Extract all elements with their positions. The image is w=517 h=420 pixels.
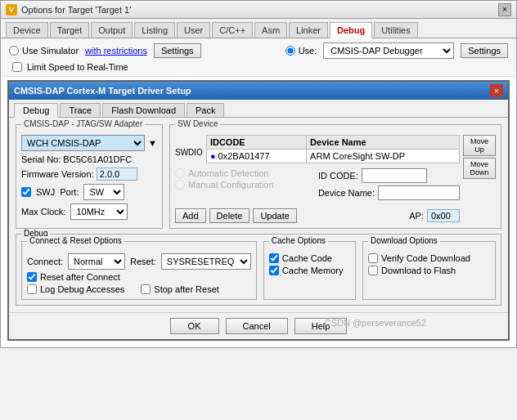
adapter-select-row: WCH CMSIS-DAP ▼ xyxy=(21,135,157,151)
with-restrictions-link[interactable]: with restrictions xyxy=(85,46,147,56)
idcode-value: 0x2BA01477 xyxy=(218,151,270,161)
title-bar: V Options for Target 'Target 1' × xyxy=(1,1,516,19)
debugger-radio-input[interactable] xyxy=(285,46,295,56)
use-simulator-label: Use Simulator xyxy=(22,46,79,56)
debug-section: Debug Connect & Reset Options Connect: N… xyxy=(16,234,501,306)
add-button[interactable]: Add xyxy=(175,208,206,223)
connect-reset-title: Connect & Reset Options xyxy=(27,236,124,245)
reset-label: Reset: xyxy=(130,257,156,266)
dialog-title-bar: CMSIS-DAP Cortex-M Target Driver Setup × xyxy=(9,82,508,100)
connect-reset-group: Connect & Reset Options Connect: Normal … xyxy=(21,241,257,300)
adapter-select[interactable]: WCH CMSIS-DAP xyxy=(21,135,145,151)
reset-select[interactable]: SYSRESETREQ xyxy=(161,253,251,270)
tab-debug[interactable]: Debug xyxy=(330,22,372,38)
firmware-value: 2.0.0 xyxy=(97,168,137,181)
table-header-device: Device Name xyxy=(307,136,460,150)
delete-button[interactable]: Delete xyxy=(209,208,250,223)
update-button[interactable]: Update xyxy=(253,208,296,223)
ap-value: 0x00 xyxy=(427,209,460,222)
cache-options-group: Cache Options Cache Code Cache Memory xyxy=(263,241,356,300)
inner-tab-flash-download[interactable]: Flash Download xyxy=(102,103,185,117)
sw-device-area: SWDIO IDCODE Device Name xyxy=(175,135,496,223)
inner-tab-trace[interactable]: Trace xyxy=(60,103,101,117)
move-down-button[interactable]: MoveDown xyxy=(463,158,496,179)
reset-after-connect-row: Reset after Connect xyxy=(27,272,251,282)
swj-checkbox[interactable] xyxy=(21,187,31,197)
verify-code-label: Verify Code Download xyxy=(381,253,470,263)
use-simulator-radio[interactable]: Use Simulator xyxy=(9,46,79,56)
simulator-settings-button[interactable]: Settings xyxy=(154,43,201,58)
id-code-input[interactable] xyxy=(362,168,427,183)
dialog-title: CMSIS-DAP Cortex-M Target Driver Setup xyxy=(14,86,191,96)
tab-user[interactable]: User xyxy=(177,22,210,38)
app-icon: V xyxy=(6,4,17,16)
ok-button[interactable]: OK xyxy=(170,318,219,334)
debugger-select[interactable]: CMSIS-DAP Debugger xyxy=(323,42,454,59)
ap-row: AP: 0x00 xyxy=(409,209,460,222)
dropdown-icon: ▼ xyxy=(148,138,157,148)
device-name-input[interactable] xyxy=(378,185,460,200)
debugger-settings-button[interactable]: Settings xyxy=(461,43,508,58)
inner-tab-pack[interactable]: Pack xyxy=(187,103,224,117)
move-up-button[interactable]: MoveUp xyxy=(463,135,496,156)
connect-select[interactable]: Normal xyxy=(68,253,125,270)
port-label: Port: xyxy=(60,187,79,197)
reset-after-connect-checkbox[interactable] xyxy=(27,272,37,282)
table-row[interactable]: ● 0x2BA01477 ARM CoreSight SW-DP xyxy=(206,150,459,163)
tab-cpp[interactable]: C/C++ xyxy=(212,22,253,38)
tab-listing[interactable]: Listing xyxy=(134,22,175,38)
tab-target[interactable]: Target xyxy=(50,22,90,38)
device-name-row: Device Name: xyxy=(318,185,460,200)
cache-code-checkbox[interactable] xyxy=(269,253,279,263)
automatic-detection-label: Automatic Detection xyxy=(188,168,268,178)
sw-device-panel: SW Device SWDIO xyxy=(169,124,501,229)
firmware-label: Firmware Version: xyxy=(21,169,94,179)
debug-inner: Connect & Reset Options Connect: Normal … xyxy=(21,241,496,300)
cache-title: Cache Options xyxy=(269,236,328,245)
idcode-cell: ● 0x2BA01477 xyxy=(206,150,306,163)
inner-tabs: Debug Trace Flash Download Pack xyxy=(9,100,508,118)
manual-config-radio[interactable] xyxy=(175,180,185,190)
swj-label: SWJ xyxy=(36,187,55,197)
port-select[interactable]: SW xyxy=(83,184,124,200)
tab-output[interactable]: Output xyxy=(91,22,133,38)
dialog-footer: OK Cancel CSDN @perseverance52 Help xyxy=(9,312,508,339)
window-close-button[interactable]: × xyxy=(498,3,511,16)
window-title: Options for Target 'Target 1' xyxy=(21,5,498,15)
tab-linker[interactable]: Linker xyxy=(289,22,328,38)
id-code-label: ID CODE: xyxy=(318,171,358,181)
log-debug-label: Log Debug Accesses xyxy=(40,284,124,294)
watermark: CSDN @perseverance52 xyxy=(325,318,426,328)
tab-asm[interactable]: Asm xyxy=(254,22,287,38)
firmware-row: Firmware Version: 2.0.0 xyxy=(21,168,157,181)
log-debug-row: Log Debug Accesses xyxy=(27,284,124,294)
action-buttons: Add Delete Update xyxy=(175,208,297,223)
max-clock-label: Max Clock: xyxy=(21,207,65,217)
manual-config-label: Manual Configuration xyxy=(188,180,274,190)
tab-utilities[interactable]: Utilities xyxy=(374,22,417,38)
swj-row: SWJ Port: SW xyxy=(21,184,157,200)
download-to-flash-checkbox[interactable] xyxy=(368,266,378,275)
clock-select[interactable]: 10MHz xyxy=(70,203,128,220)
swdio-label: SWDIO xyxy=(175,148,203,157)
connect-row: Connect: Normal Reset: SYSRESETREQ xyxy=(27,253,251,270)
tab-device[interactable]: Device xyxy=(6,22,48,38)
verify-code-checkbox[interactable] xyxy=(368,253,378,263)
reset-after-connect-label: Reset after Connect xyxy=(40,272,120,282)
cancel-button[interactable]: Cancel xyxy=(226,318,288,334)
limit-speed-checkbox[interactable] xyxy=(12,62,22,72)
log-debug-checkbox[interactable] xyxy=(27,284,37,294)
ap-label: AP: xyxy=(409,211,424,221)
automatic-detection-radio[interactable] xyxy=(175,168,185,178)
cache-memory-checkbox[interactable] xyxy=(269,266,279,275)
automatic-detection-item: Automatic Detection xyxy=(175,168,274,178)
jtag-group-title: CMSIS-DAP - JTAG/SW Adapter xyxy=(21,119,145,128)
stop-after-reset-checkbox[interactable] xyxy=(141,284,151,294)
serial-label: Serial No: xyxy=(21,154,61,164)
device-name-label-text: Device Name: xyxy=(318,188,375,198)
use-debugger-radio[interactable]: Use: xyxy=(285,46,317,56)
simulator-radio-input[interactable] xyxy=(9,46,19,56)
inner-tab-debug[interactable]: Debug xyxy=(14,103,58,118)
dialog-close-button[interactable]: × xyxy=(490,84,503,97)
verify-code-row: Verify Code Download xyxy=(368,253,490,263)
